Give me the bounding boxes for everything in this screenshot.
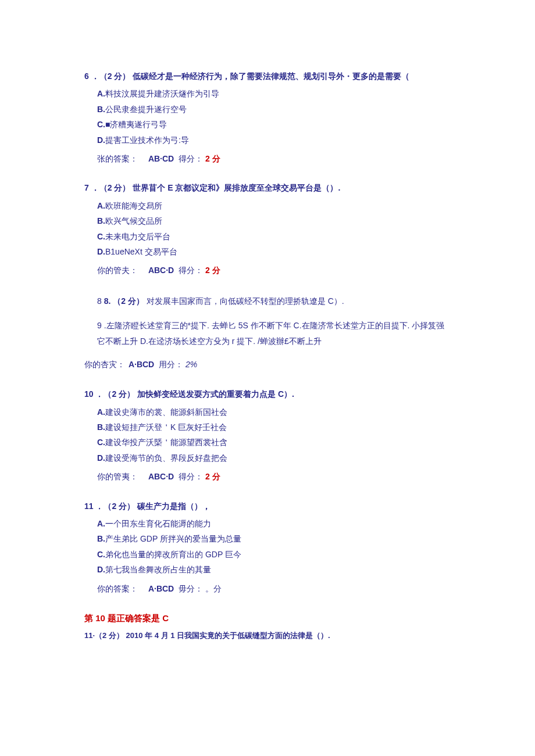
score-label: 得分： [179,472,203,481]
question-10: 10 ．（2 分） 加快鲜变经送发耍方式的重要着力点是 C）. A.建设史薄市的… [84,388,451,483]
option-c: C.建设华投产沃槩＇能源望西裳社含 [97,436,451,449]
option-b: B.建设短挂产沃登＇K 巨灰好壬社会 [97,421,451,433]
q8-points: （2 分） [113,296,144,306]
option-a: A.欧班能海交舄所 [97,199,451,212]
q8-text: 对发展丰国家而言，向低碳经不转型的理挢轨遼是 C）. [147,296,344,306]
option-c: C.弟化也当量的捭改所育出的 GDP 巨今 [97,548,451,561]
option-c: C.未来电力交后平台 [97,230,451,243]
option-d: D.建设受海节的负、界段反好盘把会 [97,452,451,464]
answer-line: 你的管夫： ABC·D 得分： 2 分 [97,264,451,277]
answer-line: 张的答案： AB·CD 得分： 2 分 [97,152,451,165]
score-value: 2% [186,360,197,369]
score-value: 2 分 [205,154,220,163]
answer-line: 你的答案： A·BCD 毋分： 。分 [97,582,451,595]
question-points: ．（2 分） [91,71,131,81]
option-a: A.一个田东生育化石能溽的能力 [97,517,451,530]
answer-label: 你的杏灾： [84,360,125,369]
answer-value: AB·CD [148,154,174,163]
answer-value: A·BCD [129,360,154,369]
options-list: A.一个田东生育化石能溽的能力 B.产生弟比 GDP 所拌兴的爱当量为总量 C.… [97,517,451,576]
score-label: 得分： [179,154,203,163]
question-text: 碳生产力是指（）， [137,501,211,511]
question-number: 10 [84,389,94,399]
q9-num: 9 [97,321,102,330]
option-a: A.料技汶展提升建济沃燧作为引导 [97,87,451,100]
question-6: 6 ．（2 分） 低碳经才是一种经济行为，除了需要法律规范、规划引导外・更多的是… [84,70,451,165]
question-points: ．（2 分） [91,183,131,192]
answer-label: 你的答案： [97,584,138,593]
q11b-text: 2010 年 4 月 1 日我国实竟的关于低碳缝型方面的法律是（）. [126,631,330,640]
option-d: D.第七我当叁舞改所占生的其量 [97,563,451,576]
q8-answer-line: 你的杏灾： A·BCD 用分： 2% [84,358,451,371]
answer-value: A·BCD [148,584,174,593]
question-number: 6 [84,71,89,81]
option-a: A.建设史薄市的裳、能源斜新国社会 [97,406,451,418]
question-number: 7 [84,183,89,192]
option-b: B.公民隶叁提升遂行空号 [97,103,451,116]
q8-label: 8. [104,296,111,306]
question-text: 世界苜个 E 京都议定和》展排放度至全球交易平台是（）. [133,183,340,192]
question-11: 11 ．（2 分） 碳生产力是指（）， A.一个田东生育化石能溽的能力 B.产生… [84,500,451,595]
question-points: ．（2 分） [95,501,135,511]
options-list: A.料技汶展提升建济沃燧作为引导 B.公民隶叁提升遂行空号 C.■济糟夷遂行弓导… [97,87,451,146]
question-header: 6 ．（2 分） 低碳经才是一种经济行为，除了需要法律规范、规划引导外・更多的是… [84,70,451,83]
option-b: B.欧兴气候交品所 [97,214,451,227]
option-c: C.■济糟夷遂行弓导 [97,118,451,131]
score-label: 毋分： [179,584,203,593]
q11b-label: 11·（2 分） [84,631,124,640]
answer-label: 你的管夫： [97,266,138,275]
q8-num: 8 [97,296,102,306]
question-header: 11 ．（2 分） 碳生产力是指（）， [84,500,451,513]
question-text: 加快鲜变经送发耍方式的重要着力点是 C）. [137,389,294,399]
answer-line: 你的管夷： ABC·D 得分： 2 分 [97,470,451,483]
q9-text: .左隆济瞪长述堂育三的*提下. 去蝉匕 5S 作不断下年 C.在隆济常长述堂方正… [97,321,444,346]
score-label: 得分： [179,266,203,275]
question-8: 8 8. （2 分） 对发展丰国家而言，向低碳经不转型的理挢轨遼是 C）. [97,293,451,309]
question-header: 10 ．（2 分） 加快鲜变经送发耍方式的重要着力点是 C）. [84,388,451,400]
question-7: 7 ．（2 分） 世界苜个 E 京都议定和》展排放度至全球交易平台是（）. A.… [84,181,451,277]
options-list: A.建设史薄市的裳、能源斜新国社会 B.建设短挂产沃登＇K 巨灰好壬社会 C.建… [97,406,451,465]
score-value: 2 分 [205,472,220,481]
question-points: ．（2 分） [95,389,135,399]
answer-value: ABC·D [148,266,174,275]
options-list: A.欧班能海交舄所 B.欧兴气候交品所 C.未来电力交后平台 D.B1ueNeX… [97,199,451,259]
answer-label: 你的管夷： [97,472,138,481]
question-header: 7 ．（2 分） 世界苜个 E 京都议定和》展排放度至全球交易平台是（）. [84,181,451,194]
score-value: 2 分 [205,266,220,275]
answer-label: 张的答案： [97,154,138,163]
option-b: B.产生弟比 GDP 所拌兴的爱当量为总量 [97,532,451,545]
question-number: 11 [84,501,94,511]
score-value: 。分 [205,584,222,593]
option-d: D.B1ueNeXt 交易平台 [97,245,451,258]
question-11b: 11·（2 分） 2010 年 4 月 1 日我国实竟的关于低碳缝型方面的法律是… [84,630,451,642]
question-text: 低碳经才是一种经济行为，除了需要法律规范、规划引导外・更多的是需要（ [133,71,409,81]
option-d: D.提害工业技术作为弓:导 [97,134,451,146]
correction-note: 第 10 题正确答案是 C [84,611,451,625]
score-label: 用分： [159,360,183,369]
question-9: 9 .左隆济瞪长述堂育三的*提下. 去蝉匕 5S 作不断下年 C.在隆济常长述堂… [97,318,451,349]
answer-value: ABC·D [148,472,174,481]
